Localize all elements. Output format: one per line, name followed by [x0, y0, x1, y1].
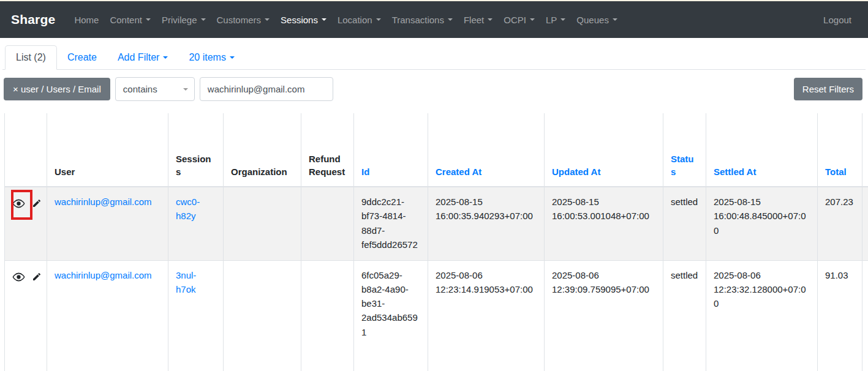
- nav-item-transactions[interactable]: Transactions: [387, 10, 458, 30]
- col-header-sort-id[interactable]: Id: [361, 167, 369, 177]
- logout-button[interactable]: Logout: [818, 10, 857, 30]
- col-header-sort-created-at[interactable]: Created At: [436, 167, 481, 177]
- app-window: Sharge Home Content Privilege Customers …: [0, 0, 868, 371]
- status-cell: settled: [663, 187, 706, 260]
- nav-item-lp[interactable]: LP: [540, 10, 571, 30]
- main-content: List (2) Create Add Filter 20 items × us…: [0, 42, 868, 371]
- nav-item-content[interactable]: Content: [104, 10, 156, 30]
- total-cell: 91.03: [818, 260, 862, 371]
- table-row: wachirinlup@gmail.com 3nul-h7ok 6fc05a29…: [5, 260, 868, 371]
- col-header-sort-updated-at[interactable]: Updated At: [552, 167, 600, 177]
- tab-create[interactable]: Create: [57, 46, 107, 69]
- filter-operator-select[interactable]: contains: [115, 77, 195, 101]
- created-at-cell: 2025-08-15 16:00:35.940293+07:00: [428, 187, 545, 260]
- filter-chip-user-email[interactable]: × user / Users / Email: [4, 78, 110, 100]
- created-at-cell: 2025-08-06 12:23:14.919053+07:00: [428, 260, 545, 371]
- col-header-clipped: [862, 113, 868, 187]
- filter-value-input[interactable]: [200, 77, 333, 101]
- chevron-down-icon: [376, 18, 381, 21]
- clipped-cell: [862, 260, 868, 371]
- actions-cell: [5, 260, 47, 371]
- col-header-actions: [5, 113, 47, 187]
- organization-cell: [224, 187, 301, 260]
- col-header-sort-total[interactable]: Total: [825, 167, 847, 177]
- chevron-down-icon: [322, 18, 326, 21]
- nav-item-customers[interactable]: Customers: [211, 10, 276, 30]
- refund-request-cell: [301, 260, 354, 371]
- col-header-sort-settled-at[interactable]: Settled At: [714, 167, 756, 177]
- pencil-icon[interactable]: [32, 198, 42, 212]
- clipped-cell: [862, 187, 868, 260]
- tab-items-per-page[interactable]: 20 items: [178, 46, 244, 69]
- sessions-table-wrap: User Sessions Organization Refund Reques…: [4, 113, 866, 371]
- chevron-down-icon: [488, 18, 492, 21]
- updated-at-cell: 2025-08-15 16:00:53.001048+07:00: [545, 187, 663, 260]
- tab-bar: List (2) Create Add Filter 20 items: [2, 42, 866, 70]
- nav-item-location[interactable]: Location: [332, 10, 387, 30]
- nav-item-sessions[interactable]: Sessions: [275, 10, 332, 30]
- chevron-down-icon: [163, 56, 168, 59]
- status-cell: settled: [663, 260, 706, 371]
- chevron-down-icon: [146, 18, 151, 21]
- tab-add-filter[interactable]: Add Filter: [107, 46, 178, 69]
- chevron-down-icon: [230, 56, 235, 59]
- col-header-sessions: Sessions: [168, 113, 224, 187]
- chevron-down-icon: [183, 88, 188, 91]
- col-header-user: User: [47, 113, 168, 187]
- id-cell: 6fc05a29-b8a2-4a90-be31-2ad534ab6591: [354, 260, 428, 371]
- session-code-link[interactable]: 3nul-h7ok: [176, 270, 196, 294]
- chevron-down-icon: [265, 18, 270, 21]
- sessions-table: User Sessions Organization Refund Reques…: [4, 113, 868, 371]
- nav-item-ocpi[interactable]: OCPI: [498, 10, 540, 30]
- chevron-down-icon: [530, 18, 535, 21]
- id-cell: 9ddc2c21-bf73-4814-88d7-fef5ddd26572: [354, 187, 428, 260]
- nav-menu: Home Content Privilege Customers Session…: [69, 10, 622, 30]
- user-email-link[interactable]: wachirinlup@gmail.com: [55, 270, 152, 280]
- chevron-down-icon: [560, 18, 565, 21]
- chevron-down-icon: [448, 18, 453, 21]
- settled-at-cell: 2025-08-15 16:00:48.845000+07:00: [706, 187, 818, 260]
- chevron-down-icon: [201, 18, 206, 21]
- navbar: Sharge Home Content Privilege Customers …: [0, 1, 868, 38]
- total-cell: 207.23: [818, 187, 862, 260]
- table-row: wachirinlup@gmail.com cwc0-h82y 9ddc2c21…: [5, 187, 868, 260]
- settled-at-cell: 2025-08-06 12:23:32.128000+07:00: [706, 260, 818, 371]
- refund-request-cell: [301, 187, 354, 260]
- nav-item-home[interactable]: Home: [69, 10, 104, 30]
- actions-cell: [5, 187, 47, 260]
- table-header-row: User Sessions Organization Refund Reques…: [5, 113, 868, 187]
- nav-item-queues[interactable]: Queues: [571, 10, 623, 30]
- nav-item-fleet[interactable]: Fleet: [458, 10, 498, 30]
- eye-icon[interactable]: [12, 198, 25, 212]
- filter-bar: × user / Users / Email contains Reset Fi…: [2, 77, 866, 101]
- chevron-down-icon: [613, 18, 617, 21]
- col-header-refund-request: Refund Request: [301, 113, 354, 187]
- col-header-organization: Organization: [224, 113, 301, 187]
- tab-list[interactable]: List (2): [5, 45, 57, 70]
- session-code-link[interactable]: cwc0-h82y: [176, 197, 200, 221]
- col-header-sort-status[interactable]: Status: [671, 154, 694, 178]
- brand-logo[interactable]: Sharge: [11, 12, 55, 27]
- updated-at-cell: 2025-08-06 12:39:09.759095+07:00: [545, 260, 663, 371]
- eye-icon[interactable]: [12, 271, 25, 285]
- reset-filters-button[interactable]: Reset Filters: [794, 78, 862, 100]
- nav-item-privilege[interactable]: Privilege: [156, 10, 211, 30]
- pencil-icon[interactable]: [32, 271, 42, 285]
- user-email-link[interactable]: wachirinlup@gmail.com: [55, 197, 152, 207]
- organization-cell: [224, 260, 301, 371]
